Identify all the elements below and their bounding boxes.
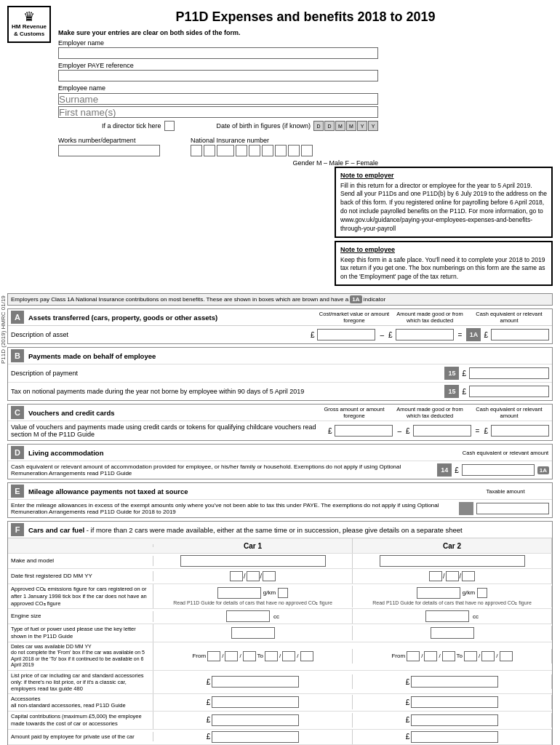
car2-reg-y[interactable]: [462, 571, 475, 581]
car1-avail-to-m[interactable]: [282, 651, 295, 661]
car2-accessories-input[interactable]: [411, 696, 498, 708]
car1-accessories-input[interactable]: [212, 696, 299, 708]
car-row-fuel-type: Type of fuel or power used please use th…: [8, 624, 552, 642]
sec-e-input[interactable]: [476, 503, 549, 514]
dob-y2: Y: [368, 121, 378, 131]
car1-avail-from-m[interactable]: [225, 651, 238, 661]
employer-name-input[interactable]: [58, 47, 378, 59]
car-date-reg-label: Date first registered DD MM YY: [8, 571, 153, 581]
car2-reg-m[interactable]: [446, 571, 459, 581]
sec-b-tax-label: Tax on notional payments made during the…: [11, 388, 444, 395]
sec-a-cost-input[interactable]: [317, 329, 375, 340]
car1-list-price-input[interactable]: [212, 676, 299, 688]
note-employer-text: Fill in this return for a director or em…: [340, 182, 547, 232]
sec-c-col3: Cash equivalent or relevant amount: [469, 406, 549, 419]
director-checkbox[interactable]: [164, 121, 175, 131]
car1-avail-from-d[interactable]: [207, 651, 220, 661]
works-input[interactable]: [58, 145, 160, 156]
car1-reg-d[interactable]: [230, 571, 243, 581]
sec-a-col3-header: Cash equivalent or relevant amount: [469, 311, 549, 324]
sec-a-desc-label: Description of asset: [11, 331, 311, 338]
crown-icon: ♛: [23, 10, 35, 23]
car-dates-available-label: Dates car was available DD MM YYdo not c…: [8, 642, 153, 670]
sec-b-payment-input[interactable]: [469, 367, 549, 379]
sec-a-col1-header: Cost/market value or amount foregone: [318, 311, 391, 324]
section-a-letter: A: [11, 311, 24, 324]
car2-fuel-type-input[interactable]: [431, 627, 474, 639]
sec-b-tax-input[interactable]: [469, 386, 549, 397]
sec-a-cash-input[interactable]: [491, 329, 549, 340]
car2-capital-input[interactable]: [411, 714, 498, 726]
car2-engine-input[interactable]: [425, 610, 469, 622]
ni-label: National Insurance number: [191, 137, 378, 144]
car1-private-input[interactable]: [212, 731, 299, 743]
make-sure-notice: Make sure your entries are clear on both…: [58, 29, 378, 36]
sec-e-col-header: Taxable amount: [462, 488, 549, 495]
firstname-input[interactable]: [58, 106, 378, 118]
section-d-letter: D: [11, 446, 24, 459]
car2-private-input[interactable]: [411, 731, 498, 743]
section-f-letter: F: [11, 523, 24, 536]
section-c-letter: C: [11, 406, 24, 419]
car-row-private: Amount paid by employee for private use …: [8, 729, 552, 744]
section-b-title: Payments made on behalf of employee: [28, 352, 549, 360]
dob-d2: D: [324, 121, 335, 131]
car2-co2-checkbox[interactable]: [477, 588, 487, 598]
works-label: Works number/department: [58, 137, 183, 144]
section-c: C Vouchers and credit cards Gross amount…: [7, 404, 553, 441]
car2-avail-to-m[interactable]: [481, 651, 495, 661]
car-row-make: Make and model: [8, 553, 552, 568]
car2-co2-input[interactable]: [417, 587, 460, 599]
employer-paye-label: Employer PAYE reference: [58, 62, 378, 69]
section-d: D Living accommodation Cash equivalent o…: [7, 444, 553, 479]
director-label: If a director tick here: [102, 122, 161, 130]
sec-c-made-good-input[interactable]: [413, 425, 471, 437]
car-row-date-reg: Date first registered DD MM YY / / / /: [8, 568, 552, 583]
sec-a-made-good-input[interactable]: [396, 329, 454, 340]
car2-avail-from-m[interactable]: [424, 651, 437, 661]
section-e-letter: E: [11, 485, 24, 498]
car1-reg-y[interactable]: [263, 571, 276, 581]
car1-co2-checkbox[interactable]: [278, 588, 288, 598]
sec-b-badge2: 15: [444, 385, 459, 398]
section-e-title: Mileage allowance payments not taxed at …: [28, 487, 462, 495]
section-f-title: Cars and car fuel - if more than 2 cars …: [28, 526, 549, 534]
sec-c-gross-input[interactable]: [335, 425, 393, 437]
gender-label: Gender M – Male F – Female: [58, 159, 378, 167]
surname-input[interactable]: [58, 93, 378, 105]
car1-engine-input[interactable]: [226, 610, 270, 622]
car2-avail-to-d[interactable]: [464, 651, 477, 661]
side-label: P11D (2019) HMRC 01/19: [0, 218, 7, 364]
car1-co2-input[interactable]: [217, 587, 261, 599]
sec-d-badge: 14: [437, 463, 452, 477]
employer-paye-input[interactable]: [58, 70, 378, 81]
car2-avail-to-y[interactable]: [500, 651, 513, 661]
car2-reg-d[interactable]: [429, 571, 442, 581]
car1-avail-to-d[interactable]: [265, 651, 278, 661]
car2-make-input[interactable]: [380, 555, 525, 567]
ni-box-5: [249, 145, 260, 156]
sec-c-desc: Value of vouchers and payments made usin…: [11, 423, 328, 438]
car-row-capital: Capital contributions (maximum £5,000) t…: [8, 711, 552, 729]
ni-box-4: [236, 145, 247, 156]
car-accessories-label: Accessoriesall non-standard accessories,…: [8, 694, 153, 712]
car1-avail-to-y[interactable]: [300, 651, 313, 661]
dob-label: Date of birth in figures (if known): [216, 122, 311, 130]
car1-avail-from-y[interactable]: [243, 651, 256, 661]
ni-box-3: [217, 145, 234, 156]
car1-reg-m[interactable]: [247, 571, 260, 581]
car1-make-input[interactable]: [180, 555, 326, 567]
car-engine-label: Engine size: [8, 611, 153, 621]
car-row-co2: Approved CO₂ emissions figure for cars r…: [8, 583, 552, 608]
car1-capital-input[interactable]: [212, 714, 299, 726]
car1-fuel-type-input[interactable]: [231, 627, 275, 639]
sec-e-box: [459, 502, 473, 515]
car-row-accessories: Accessoriesall non-standard accessories,…: [8, 693, 552, 712]
car2-avail-from-y[interactable]: [442, 651, 455, 661]
sec-c-cash-input[interactable]: [491, 425, 549, 437]
car2-avail-from-d[interactable]: [407, 651, 420, 661]
car2-list-price-input[interactable]: [411, 676, 498, 688]
section-a-title: Assets transferred (cars, property, good…: [28, 314, 312, 322]
sec-d-input[interactable]: [462, 464, 535, 476]
sec-c-col1: Gross amount or amount foregone: [318, 406, 391, 419]
